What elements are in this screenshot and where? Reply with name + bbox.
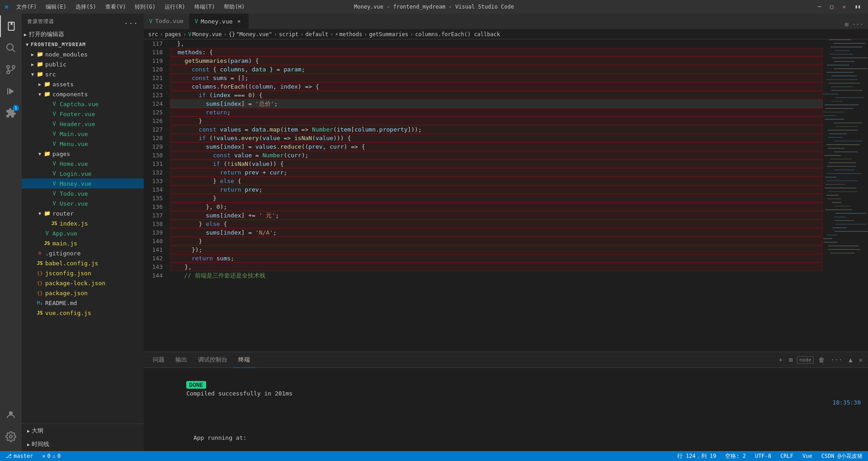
activity-git[interactable] [0,59,22,80]
tree-user-vue[interactable]: ▶ V User.vue [22,198,144,208]
tree-readme[interactable]: ▶ M↓ README.md [22,298,144,308]
tree-home-vue[interactable]: ▶ V Home.vue [22,159,144,169]
breadcrumb-money-vue[interactable]: Money.vue [193,31,222,38]
code-line-120: const { columns, data } = param; [170,65,823,74]
menu-terminal[interactable]: 终端(T) [191,2,219,12]
maximize-button[interactable]: □ [827,3,836,11]
encoding-item[interactable]: UTF-8 [753,453,773,459]
breadcrumb-foreach[interactable]: columns.forEach() callback [415,31,500,38]
tree-jsconfig[interactable]: ▶ {} jsconfig.json [22,268,144,278]
code-line-136: }, 0); [170,202,823,211]
menu-view[interactable]: 查看(V) [102,2,130,12]
tree-babel-config[interactable]: ▶ JS babel.config.js [22,258,144,268]
menu-goto[interactable]: 转到(G) [131,2,159,12]
menu-select[interactable]: 选择(S) [72,2,100,12]
errors-item[interactable]: ✕ 0 ⚠ 0 [40,453,62,459]
code-line-138: } else { [170,220,823,228]
tree-login-vue[interactable]: ▶ V Login.vue [22,169,144,179]
tree-package-lock[interactable]: ▶ {} package-lock.json [22,278,144,288]
panel-add-button[interactable]: + [777,355,784,364]
tree-app-vue[interactable]: ▶ V App.vue [22,228,144,238]
tree-src[interactable]: ▼ 📁 src [22,69,144,79]
tree-header-vue[interactable]: ▶ V Header.vue [22,119,144,129]
terminal-empty [151,416,861,425]
layout-button[interactable]: ▮▮ [852,3,863,11]
panel-output-label: 输出 [175,356,187,364]
tab-split-button[interactable]: ⊞ [844,20,849,29]
folder-icon: 📁 [36,61,43,68]
tab-money-vue[interactable]: V Money.vue ✕ [189,14,249,29]
tree-router[interactable]: ▼ 📁 router [22,208,144,218]
tree-index-js[interactable]: ▶ JS index.js [22,218,144,228]
bottom-panel: 问题 输出 调试控制台 终端 + ⊞ node 🗑 ··· ▲ [144,352,868,451]
line-ending-item[interactable]: CRLF [778,453,795,459]
vue-icon: V [51,110,58,118]
panel-tab-terminal[interactable]: 终端 [233,352,255,368]
spaces-item[interactable]: 空格: 2 [723,452,748,460]
todo-vue-label: Todo.vue [60,190,88,197]
panel-tab-debug[interactable]: 调试控制台 [193,352,233,368]
terminal-line-done: DONE Compiled successfully in 201ms 18:3… [151,372,861,416]
code-area[interactable]: }, methods: { getSummaries(param) { cons… [166,39,823,352]
breadcrumb-pages[interactable]: pages [165,31,181,38]
panel-trash-button[interactable]: 🗑 [816,355,826,364]
breadcrumb-methods[interactable]: methods [340,31,363,38]
svg-marker-6 [9,88,14,94]
tab-more-button[interactable]: ··· [851,20,864,29]
breadcrumb-money-vue-str[interactable]: "Money.vue" [236,31,272,38]
tree-package-json[interactable]: ▶ {} package.json [22,288,144,298]
activity-run[interactable] [0,80,22,102]
position-item[interactable]: 行 124，列 19 [675,452,718,460]
activity-explorer[interactable] [0,15,22,37]
git-branch-item[interactable]: ⎇ master [4,453,35,459]
tree-footer-vue[interactable]: ▶ V Footer.vue [22,109,144,119]
panel-tab-problems[interactable]: 问题 [147,352,170,368]
tree-money-vue[interactable]: ▶ V Money.vue [22,179,144,188]
close-button[interactable]: ✕ [840,3,849,11]
js-icon: JS [43,240,51,247]
panel-more-button[interactable]: ··· [829,355,844,364]
status-right: 行 124，列 19 空格: 2 UTF-8 CRLF Vue CSDN @小花… [675,452,864,460]
timeline-section[interactable]: ▶ 时间线 [22,437,144,451]
panel-maximize-button[interactable]: ▲ [847,355,854,364]
breadcrumb-default[interactable]: default [306,31,329,38]
tab-vue-icon: V [149,18,152,24]
tab-todo-vue[interactable]: V Todo.vue [144,14,189,29]
activity-account[interactable] [0,404,22,426]
breadcrumb-getsummaries[interactable]: getSummaries [369,31,408,38]
open-editors-section[interactable]: ▶ 打开的编辑器 [22,29,144,39]
menu-run[interactable]: 运行(R) [161,2,189,12]
minimize-button[interactable]: ─ [815,3,824,11]
tree-public[interactable]: ▶ 📁 public [22,59,144,69]
tree-main-js[interactable]: ▶ JS main.js [22,238,144,248]
project-root[interactable]: ▼ FRONTEND_MYDREAM [22,39,144,49]
node-modules-label: node_modules [45,51,88,58]
outline-section[interactable]: ▶ 大纲 [22,424,144,437]
sidebar-more-button[interactable]: ... [124,17,138,26]
tree-todo-vue[interactable]: ▶ V Todo.vue [22,188,144,198]
menu-help[interactable]: 帮助(H) [220,2,248,12]
tree-pages[interactable]: ▼ 📁 pages [22,149,144,159]
activity-settings[interactable] [0,426,22,447]
tree-vue-config[interactable]: ▶ JS vue.config.js [22,308,144,318]
tree-menu-vue[interactable]: ▶ V Menu.vue [22,139,144,149]
tree-assets[interactable]: ▶ 📁 assets [22,79,144,89]
user-vue-label: User.vue [60,200,88,207]
breadcrumb-script[interactable]: script [279,31,298,38]
activity-search[interactable] [0,37,22,59]
tree-gitignore[interactable]: ▶ ⊙ .gitignore [22,248,144,258]
tree-node-modules[interactable]: ▶ 📁 node_modules [22,49,144,59]
panel-split-button[interactable]: ⊞ [787,355,794,364]
breadcrumb-src[interactable]: src [148,31,158,38]
panel-close-button[interactable]: ✕ [857,355,864,364]
tree-main-vue[interactable]: ▶ V Main.vue [22,129,144,139]
tree-components[interactable]: ▼ 📁 components [22,89,144,99]
menu-file[interactable]: 文件(F) [13,2,41,12]
svg-point-8 [9,411,13,415]
menu-edit[interactable]: 编辑(E) [42,2,70,12]
tab-close-button[interactable]: ✕ [236,18,243,25]
tree-captcha-vue[interactable]: ▶ V Captcha.vue [22,99,144,109]
activity-extensions[interactable]: 1 [0,102,22,124]
language-item[interactable]: Vue [801,453,814,459]
panel-tab-output[interactable]: 输出 [170,352,193,368]
